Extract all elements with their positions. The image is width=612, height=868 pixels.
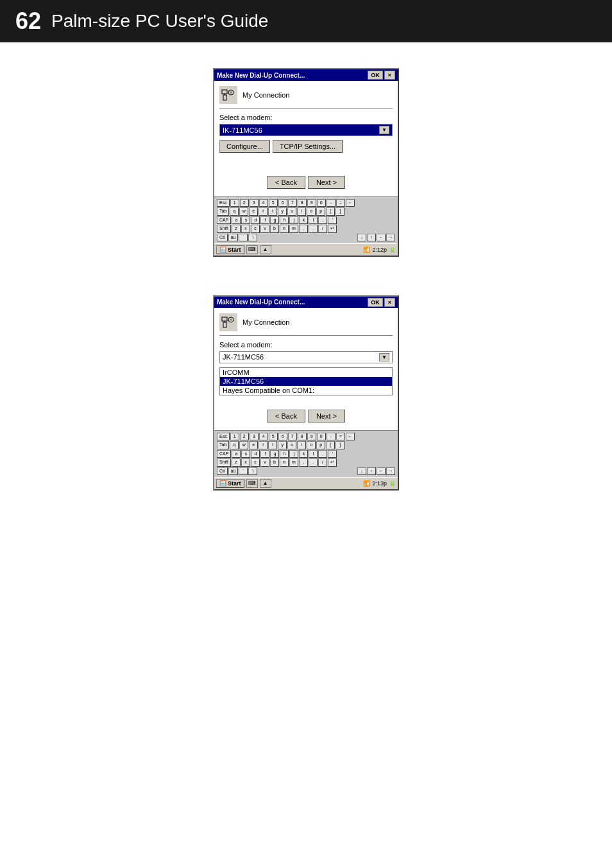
key-7-1[interactable]: 7 — [288, 199, 297, 207]
key-ctl-2[interactable]: Ctl — [217, 467, 228, 475]
key-x-2[interactable]: x — [241, 458, 250, 466]
key-down-2[interactable]: ↓ — [357, 467, 366, 475]
key-comma-1[interactable]: , — [299, 225, 308, 232]
key-enter-2[interactable]: ↵ — [328, 458, 337, 466]
key-z-1[interactable]: z — [232, 225, 241, 232]
key-c-2[interactable]: c — [251, 458, 260, 466]
key-r-2[interactable]: r — [259, 441, 268, 449]
key-up-1[interactable]: ↑ — [367, 234, 376, 241]
key-right-2[interactable]: → — [386, 467, 395, 475]
key-v-1[interactable]: v — [260, 225, 269, 232]
key-f-2[interactable]: f — [260, 450, 269, 458]
modem-select-2[interactable]: JK-711MC56 ▼ — [219, 351, 393, 363]
taskbar-arrow-icon-1[interactable]: ▲ — [260, 245, 271, 254]
key-o-2[interactable]: o — [307, 441, 316, 449]
key-tab-2[interactable]: Tab — [217, 441, 229, 449]
key-t-2[interactable]: t — [268, 441, 277, 449]
key-8-2[interactable]: 8 — [298, 433, 307, 440]
key-period-1[interactable]: . — [309, 225, 318, 232]
dropdown-item-ircomm[interactable]: IrCOMM — [220, 368, 392, 377]
key-backtick-2[interactable]: ` — [239, 467, 248, 475]
key-k-2[interactable]: k — [299, 450, 308, 458]
close-button-1[interactable]: × — [384, 71, 395, 80]
next-button-2[interactable]: Next > — [308, 410, 345, 422]
key-rbracket-1[interactable]: ] — [336, 207, 344, 215]
configure-button-1[interactable]: Configure... — [219, 140, 270, 153]
key-esc-2[interactable]: Esc — [217, 433, 230, 440]
key-backslash-2[interactable]: \ — [248, 467, 257, 475]
key-g-1[interactable]: g — [270, 216, 279, 224]
key-equals-1[interactable]: = — [336, 199, 345, 207]
key-9-2[interactable]: 9 — [307, 433, 316, 440]
dropdown-item-jk711[interactable]: JK-711MC56 — [220, 377, 392, 386]
key-cap-1[interactable]: CAP — [217, 216, 231, 224]
key-5-2[interactable]: 5 — [269, 433, 278, 440]
key-l-2[interactable]: l — [309, 450, 318, 458]
key-4-1[interactable]: 4 — [259, 199, 268, 207]
key-h-1[interactable]: h — [280, 216, 289, 224]
start-button-1[interactable]: 🪟 Start — [216, 245, 244, 254]
key-i-1[interactable]: i — [297, 207, 306, 215]
key-h-2[interactable]: h — [280, 450, 289, 458]
key-backspace-1[interactable]: ← — [346, 199, 355, 207]
key-backspace-2[interactable]: ← — [346, 433, 355, 440]
key-left-1[interactable]: ← — [377, 234, 386, 241]
key-c-1[interactable]: c — [251, 225, 260, 232]
key-minus-1[interactable]: - — [327, 199, 336, 207]
key-t-1[interactable]: t — [268, 207, 277, 215]
key-u-1[interactable]: u — [287, 207, 296, 215]
key-j-2[interactable]: j — [289, 450, 298, 458]
key-m-1[interactable]: m — [289, 225, 298, 232]
key-e-2[interactable]: e — [249, 441, 258, 449]
key-quote-1[interactable]: ' — [328, 216, 337, 224]
key-2-2[interactable]: 2 — [240, 433, 249, 440]
key-q-1[interactable]: q — [230, 207, 239, 215]
key-p-1[interactable]: p — [316, 207, 325, 215]
key-shift-2[interactable]: Shift — [217, 458, 231, 466]
key-left-2[interactable]: ← — [377, 467, 386, 475]
dropdown-arrow-1[interactable]: ▼ — [379, 126, 389, 134]
next-button-1[interactable]: Next > — [308, 176, 345, 189]
key-9-1[interactable]: 9 — [307, 199, 316, 207]
key-k-1[interactable]: k — [299, 216, 308, 224]
key-semi-2[interactable]: ; — [318, 450, 327, 458]
key-comma-2[interactable]: , — [299, 458, 308, 466]
back-button-1[interactable]: < Back — [267, 176, 305, 189]
key-3-2[interactable]: 3 — [250, 433, 259, 440]
ok-button-1[interactable]: OK — [368, 71, 383, 80]
key-v-2[interactable]: v — [260, 458, 269, 466]
modem-select-1[interactable]: IK-711MC56 ▼ — [219, 124, 393, 136]
key-w-2[interactable]: w — [239, 441, 248, 449]
key-auu-2[interactable]: áü — [228, 467, 239, 475]
key-d-2[interactable]: d — [251, 450, 260, 458]
key-slash-2[interactable]: / — [318, 458, 327, 466]
key-down-1[interactable]: ↓ — [357, 234, 366, 241]
key-q-2[interactable]: q — [230, 441, 239, 449]
key-slash-1[interactable]: / — [318, 225, 327, 232]
key-y-1[interactable]: y — [278, 207, 287, 215]
taskbar-kbd-icon-1[interactable]: ⌨ — [246, 245, 258, 254]
key-f-1[interactable]: f — [260, 216, 269, 224]
key-z-2[interactable]: z — [232, 458, 241, 466]
key-x-1[interactable]: x — [241, 225, 250, 232]
key-w-1[interactable]: w — [239, 207, 248, 215]
key-right-1[interactable]: → — [386, 234, 395, 241]
key-6-1[interactable]: 6 — [278, 199, 287, 207]
taskbar-arrow-icon-2[interactable]: ▲ — [260, 479, 271, 488]
key-a-1[interactable]: a — [232, 216, 241, 224]
key-l-1[interactable]: l — [309, 216, 318, 224]
key-n-2[interactable]: n — [280, 458, 289, 466]
close-button-2[interactable]: × — [384, 298, 395, 307]
key-b-1[interactable]: b — [270, 225, 279, 232]
key-g-2[interactable]: g — [270, 450, 279, 458]
key-lbracket-1[interactable]: [ — [326, 207, 335, 215]
key-quote-2[interactable]: ' — [328, 450, 337, 458]
dropdown-item-hayes[interactable]: Hayes Compatible on COM1: — [220, 386, 392, 395]
key-0-1[interactable]: 0 — [317, 199, 326, 207]
dropdown-arrow-2[interactable]: ▼ — [379, 353, 389, 361]
key-lbracket-2[interactable]: [ — [326, 441, 335, 449]
key-u-2[interactable]: u — [287, 441, 296, 449]
key-4-2[interactable]: 4 — [259, 433, 268, 440]
key-tab-1[interactable]: Tab — [217, 207, 229, 215]
key-o-1[interactable]: o — [307, 207, 316, 215]
